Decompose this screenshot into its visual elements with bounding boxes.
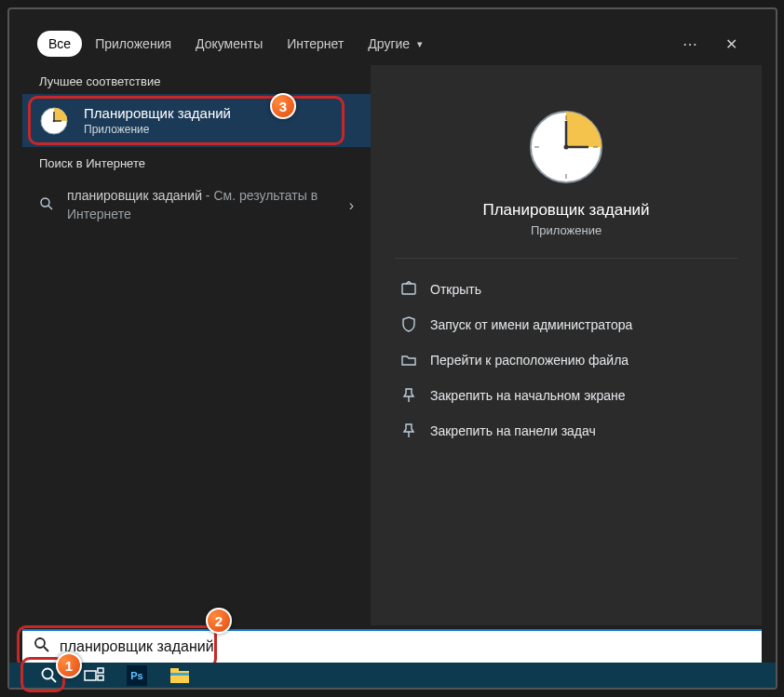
svg-point-3 [53, 119, 56, 122]
pin-icon [400, 422, 417, 439]
svg-point-19 [43, 668, 53, 678]
detail-subtitle: Приложение [531, 223, 602, 237]
svg-line-20 [51, 677, 56, 682]
best-match-item[interactable]: Планировщик заданий Приложение [22, 94, 371, 147]
tab-apps[interactable]: Приложения [84, 31, 182, 57]
best-match-subtitle: Приложение [84, 123, 231, 136]
annotation-badge-2: 2 [206, 608, 232, 634]
action-list: Открыть Запуск от имени администратора П… [395, 272, 737, 449]
svg-line-5 [48, 206, 52, 209]
action-pin-taskbar[interactable]: Закрепить на панели задач [395, 413, 737, 449]
shield-icon [400, 316, 417, 333]
svg-line-18 [44, 647, 48, 651]
detail-pane: Планировщик заданий Приложение Открыть З… [371, 65, 762, 625]
action-file-location[interactable]: Перейти к расположению файла [395, 342, 737, 378]
section-best-match: Лучшее соответствие [22, 65, 371, 94]
action-run-admin[interactable]: Запуск от имени администратора [395, 307, 737, 342]
action-pin-start[interactable]: Закрепить на начальном экране [395, 378, 737, 413]
pin-icon [400, 387, 417, 404]
svg-rect-25 [170, 668, 179, 673]
svg-rect-22 [98, 668, 103, 673]
web-result-text: планировщик заданий - См. результаты в И… [67, 187, 336, 223]
search-field[interactable]: планировщик заданий [22, 629, 762, 663]
svg-point-4 [41, 198, 49, 207]
svg-point-9 [564, 145, 569, 150]
chevron-down-icon: ▾ [417, 38, 423, 50]
tab-other[interactable]: Другие [357, 31, 421, 57]
svg-rect-26 [170, 673, 189, 676]
annotation-badge-1: 1 [56, 652, 82, 678]
task-scheduler-icon [39, 106, 69, 136]
chevron-right-icon: › [349, 197, 354, 214]
close-button[interactable]: ✕ [716, 30, 747, 59]
task-scheduler-large-icon [527, 108, 605, 186]
open-icon [400, 281, 417, 298]
detail-title: Планировщик заданий [482, 201, 649, 220]
tab-web[interactable]: Интернет [276, 31, 355, 57]
best-match-title: Планировщик заданий [84, 105, 231, 121]
svg-point-17 [35, 638, 45, 648]
divider [395, 258, 737, 259]
search-icon [39, 196, 54, 214]
annotation-badge-3: 3 [270, 93, 296, 119]
section-web-search: Поиск в Интернете [22, 147, 371, 176]
taskbar: Ps [9, 663, 776, 688]
taskbar-task-view[interactable] [82, 663, 106, 688]
search-value: планировщик заданий [60, 638, 216, 655]
tab-all[interactable]: Все [37, 31, 82, 57]
tab-documents[interactable]: Документы [184, 31, 274, 57]
web-result-item[interactable]: планировщик заданий - См. результаты в И… [22, 176, 371, 235]
search-icon [34, 637, 50, 657]
svg-rect-21 [85, 671, 96, 680]
folder-icon [400, 352, 417, 369]
results-list: Лучшее соответствие Планировщик заданий … [22, 65, 371, 625]
start-search-panel: Все Приложения Документы Интернет Другие… [22, 22, 762, 625]
action-open[interactable]: Открыть [395, 272, 737, 307]
taskbar-app-explorer[interactable] [168, 663, 192, 688]
search-tabs: Все Приложения Документы Интернет Другие… [22, 22, 762, 65]
svg-rect-23 [98, 676, 103, 680]
more-button[interactable]: ⋯ [675, 30, 707, 59]
taskbar-app-ps[interactable]: Ps [127, 665, 147, 686]
svg-rect-14 [402, 284, 415, 294]
